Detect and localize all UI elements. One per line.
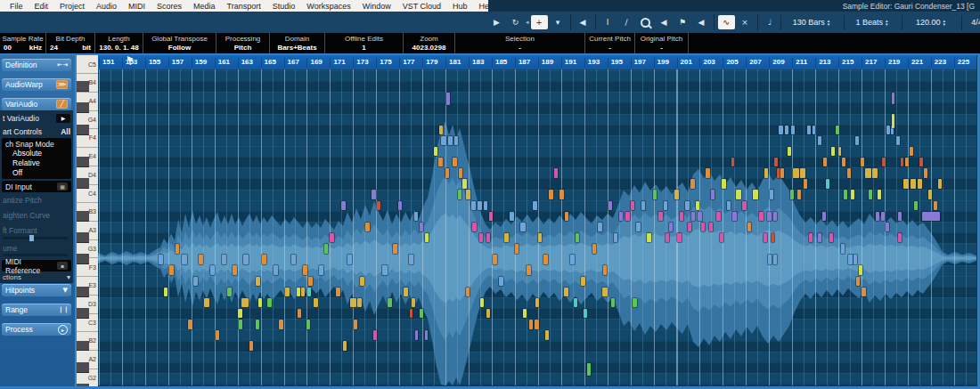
variaudio-note[interactable]	[301, 288, 305, 297]
variaudio-note[interactable]	[478, 201, 482, 211]
variaudio-note[interactable]	[382, 265, 388, 275]
sidebar-section-variaudio[interactable]: VariAudio ╱	[2, 98, 71, 110]
ruler-bar-191[interactable]: 191	[561, 58, 576, 67]
ruler-bar-151[interactable]: 151	[99, 58, 114, 67]
play-marker-tool[interactable]: ⚑	[674, 15, 691, 29]
variaudio-note[interactable]	[576, 233, 579, 243]
piano-black-key[interactable]	[77, 362, 89, 373]
piano-black-key[interactable]	[77, 232, 89, 243]
variaudio-note[interactable]	[924, 168, 927, 178]
ruler-bar-159[interactable]: 159	[192, 58, 207, 67]
ruler-bar-199[interactable]: 199	[654, 58, 669, 67]
variaudio-note[interactable]	[647, 233, 651, 243]
pitch-snap-option-relative[interactable]: Relative	[5, 158, 68, 168]
variaudio-note[interactable]	[222, 255, 226, 264]
variaudio-note[interactable]	[466, 190, 470, 199]
info-value[interactable]: Pitch	[216, 44, 269, 53]
menu-item-project[interactable]: Project	[54, 2, 90, 11]
variaudio-note[interactable]	[574, 298, 577, 308]
variaudio-note[interactable]	[249, 341, 253, 351]
variaudio-note[interactable]	[892, 114, 894, 128]
variaudio-note[interactable]	[570, 255, 575, 264]
variaudio-note[interactable]	[788, 147, 791, 157]
variaudio-note[interactable]	[466, 288, 470, 297]
variaudio-note[interactable]	[898, 212, 902, 222]
variaudio-note[interactable]	[674, 190, 679, 199]
info-value[interactable]: 130. 0. 1. 48	[95, 44, 143, 53]
grid-field-stepper[interactable]: ▴▾	[886, 19, 888, 26]
variaudio-note[interactable]	[855, 136, 859, 146]
ruler-bar-211[interactable]: 211	[792, 58, 807, 67]
menu-item-edit[interactable]: Edit	[29, 2, 54, 11]
menu-item-scores[interactable]: Scores	[151, 2, 187, 11]
variaudio-note[interactable]	[404, 288, 408, 297]
info-value[interactable]: Follow	[143, 44, 216, 53]
variaudio-note[interactable]	[818, 136, 821, 146]
variaudio-note[interactable]	[377, 201, 380, 211]
variaudio-note[interactable]	[256, 277, 260, 287]
variaudio-note[interactable]	[425, 330, 428, 340]
info-value[interactable]: -	[455, 44, 584, 53]
variaudio-note[interactable]	[388, 298, 392, 308]
ruler-bar-167[interactable]: 167	[284, 58, 299, 67]
scrub-tool[interactable]: ◀	[656, 15, 673, 29]
variaudio-note[interactable]	[243, 255, 249, 264]
variaudio-note[interactable]	[779, 126, 783, 135]
straighten-curve-control[interactable]: aighten Curve	[3, 211, 70, 220]
ruler-bar-173[interactable]: 173	[353, 58, 368, 67]
sidebar-section-range[interactable]: Range ∣ ∣	[2, 304, 71, 316]
variaudio-note[interactable]	[354, 320, 357, 329]
variaudio-note[interactable]	[823, 158, 827, 167]
variaudio-note[interactable]	[499, 277, 503, 287]
ruler-bar-189[interactable]: 189	[538, 58, 553, 67]
ruler-bar-219[interactable]: 219	[885, 58, 900, 67]
menu-item-studio[interactable]: Studio	[267, 2, 301, 11]
variaudio-note[interactable]	[454, 136, 458, 146]
piano-black-key[interactable]	[77, 81, 89, 92]
variaudio-note[interactable]	[938, 179, 942, 189]
ruler-bar-209[interactable]: 209	[769, 58, 784, 67]
ruler-bar-203[interactable]: 203	[699, 58, 715, 67]
variaudio-note[interactable]	[774, 158, 778, 167]
variaudio-note[interactable]	[772, 233, 774, 243]
variaudio-note[interactable]	[732, 212, 737, 222]
pitch-snap-option-off[interactable]: Off	[5, 168, 68, 178]
variaudio-note[interactable]	[479, 233, 483, 243]
variaudio-note[interactable]	[347, 255, 352, 264]
variaudio-note[interactable]	[636, 223, 641, 232]
variaudio-note[interactable]	[905, 158, 909, 167]
variaudio-note[interactable]	[520, 223, 526, 232]
menu-item-midi[interactable]: MIDI	[123, 2, 151, 11]
menu-item-transport[interactable]: Transport	[222, 2, 266, 11]
ruler-bar-157[interactable]: 157	[168, 58, 184, 67]
variaudio-note[interactable]	[669, 223, 673, 232]
variaudio-note[interactable]	[809, 233, 813, 243]
variaudio-note[interactable]	[291, 255, 296, 264]
variaudio-note[interactable]	[297, 288, 300, 297]
variaudio-note[interactable]	[420, 309, 423, 319]
sidebar-section-definition[interactable]: Definition ⇤⇥	[2, 59, 71, 71]
variaudio-note[interactable]	[410, 309, 412, 319]
variaudio-note[interactable]	[350, 298, 356, 308]
variaudio-note[interactable]	[901, 158, 903, 167]
variaudio-note[interactable]	[188, 320, 192, 329]
menu-item-vst-cloud[interactable]: VST Cloud	[397, 2, 446, 11]
variaudio-note[interactable]	[446, 93, 450, 105]
shift-formant-slider-handle[interactable]	[29, 235, 34, 241]
variaudio-note[interactable]	[922, 212, 940, 222]
variaudio-note[interactable]	[785, 126, 788, 135]
variaudio-note[interactable]	[731, 158, 734, 167]
shift-formant-slider[interactable]	[3, 237, 68, 239]
variaudio-note[interactable]	[279, 320, 283, 329]
variaudio-note[interactable]	[844, 190, 847, 199]
variaudio-note[interactable]	[914, 201, 918, 211]
ruler-bar-181[interactable]: 181	[445, 58, 461, 67]
variaudio-note[interactable]	[838, 147, 841, 157]
variaudio-note[interactable]	[533, 201, 537, 211]
piano-black-key[interactable]	[77, 287, 89, 297]
variaudio-note[interactable]	[759, 212, 764, 222]
variaudio-note[interactable]	[851, 190, 854, 199]
variaudio-note[interactable]	[462, 179, 467, 189]
variaudio-note[interactable]	[324, 244, 328, 254]
variaudio-note[interactable]	[409, 255, 413, 264]
